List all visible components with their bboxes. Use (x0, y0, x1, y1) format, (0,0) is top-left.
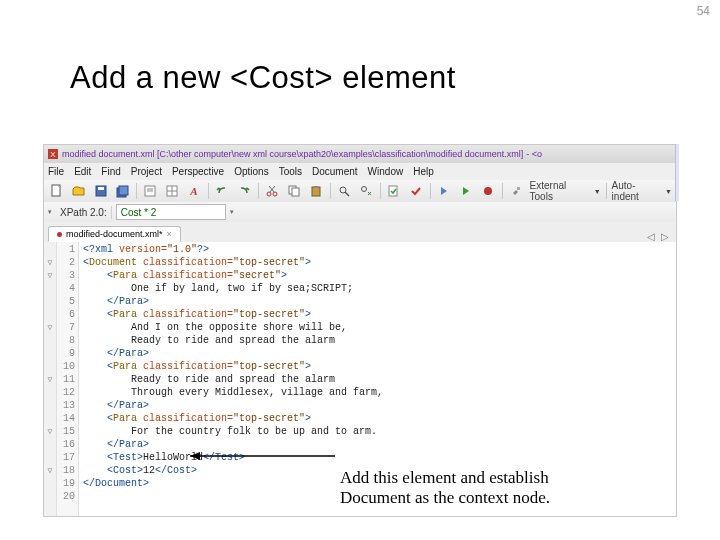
svg-point-15 (267, 192, 271, 196)
svg-marker-27 (441, 187, 447, 195)
menu-window[interactable]: Window (368, 166, 404, 177)
title-bar: X modified document.xml [C:\other comput… (44, 145, 676, 163)
svg-rect-30 (517, 187, 520, 190)
open-icon[interactable] (70, 182, 87, 200)
separator (380, 183, 381, 199)
menu-tools[interactable]: Tools (279, 166, 302, 177)
find-replace-icon[interactable] (358, 182, 375, 200)
line-number-gutter: 1234567891011121314151617181920 (57, 242, 79, 516)
dropdown-icon[interactable]: ▼ (594, 188, 601, 195)
page-number: 54 (697, 4, 710, 18)
svg-text:A: A (190, 185, 198, 197)
svg-rect-21 (312, 187, 320, 196)
tab-prev-icon[interactable]: ◁ (647, 231, 655, 242)
window-title-tail: - <o (526, 149, 542, 159)
grid-mode-icon[interactable] (164, 182, 181, 200)
copy-icon[interactable] (286, 182, 303, 200)
undo-icon[interactable] (214, 182, 231, 200)
save-all-icon[interactable] (114, 182, 131, 200)
svg-point-25 (362, 187, 367, 192)
svg-line-24 (345, 192, 349, 196)
find-icon[interactable] (336, 182, 353, 200)
text-mode-icon[interactable] (142, 182, 159, 200)
svg-text:X: X (50, 150, 56, 159)
slide-title: Add a new <Cost> element (70, 60, 456, 96)
svg-rect-20 (292, 188, 299, 196)
external-tools-label[interactable]: External Tools (530, 180, 589, 202)
window-title: modified document.xml [C:\other computer… (62, 149, 523, 159)
svg-rect-5 (98, 187, 104, 190)
editor-window: X modified document.xml [C:\other comput… (43, 144, 677, 517)
menu-project[interactable]: Project (131, 166, 162, 177)
xpath-dropdown-icon[interactable]: ▾ (230, 208, 234, 216)
annotation-text: Add this element and establish Document … (340, 468, 550, 508)
run-icon[interactable] (458, 182, 475, 200)
tab-next-icon[interactable]: ▷ (661, 231, 669, 242)
svg-marker-32 (190, 452, 200, 460)
xpath-bar: ▾ XPath 2.0: Cost * 2 ▾ (44, 202, 676, 222)
svg-line-17 (270, 186, 275, 192)
menu-file[interactable]: File (48, 166, 64, 177)
external-tools-icon[interactable] (508, 182, 525, 200)
separator (430, 183, 431, 199)
svg-rect-22 (314, 186, 318, 188)
dropdown-icon[interactable]: ▼ (665, 188, 672, 195)
menu-document[interactable]: Document (312, 166, 358, 177)
toolbar: A External Tools ▼ Auto-indent ▼ (44, 180, 676, 202)
menu-perspective[interactable]: Perspective (172, 166, 224, 177)
svg-rect-26 (389, 186, 397, 196)
paste-icon[interactable] (308, 182, 325, 200)
tab-label: modified-document.xml* (66, 229, 163, 239)
svg-marker-28 (463, 187, 469, 195)
cut-icon[interactable] (264, 182, 281, 200)
separator (502, 183, 503, 199)
author-mode-icon[interactable]: A (186, 182, 203, 200)
separator (136, 183, 137, 199)
transform-icon[interactable] (436, 182, 453, 200)
menu-help[interactable]: Help (413, 166, 434, 177)
check-icon[interactable] (408, 182, 425, 200)
separator (330, 183, 331, 199)
separator (606, 183, 607, 199)
xpath-input[interactable]: Cost * 2 (116, 204, 226, 220)
svg-point-29 (484, 187, 492, 195)
tab-modified-document[interactable]: modified-document.xml* × (48, 226, 181, 242)
save-icon[interactable] (92, 182, 109, 200)
xpath-dropdown-icon[interactable]: ▾ (48, 208, 52, 216)
menu-bar: File Edit Find Project Perspective Optio… (44, 163, 676, 180)
xpath-label: XPath 2.0: (56, 206, 112, 219)
tab-close-icon[interactable]: × (167, 229, 172, 239)
app-icon: X (47, 148, 59, 160)
svg-point-16 (273, 192, 277, 196)
tab-bar: modified-document.xml* × ◁ ▷ (44, 222, 676, 242)
redo-icon[interactable] (236, 182, 253, 200)
annotation-arrow-icon (180, 446, 340, 466)
menu-find[interactable]: Find (101, 166, 120, 177)
fold-gutter[interactable]: ▽▽▽▽▽▽ (44, 242, 57, 516)
debug-icon[interactable] (480, 182, 497, 200)
svg-rect-7 (119, 186, 128, 195)
menu-options[interactable]: Options (234, 166, 268, 177)
menu-edit[interactable]: Edit (74, 166, 91, 177)
tab-modified-dot-icon (57, 232, 62, 237)
new-file-icon[interactable] (48, 182, 65, 200)
format-label[interactable]: Auto-indent (612, 180, 660, 202)
svg-line-18 (269, 186, 274, 192)
separator (258, 183, 259, 199)
validate-icon[interactable] (386, 182, 403, 200)
separator (208, 183, 209, 199)
